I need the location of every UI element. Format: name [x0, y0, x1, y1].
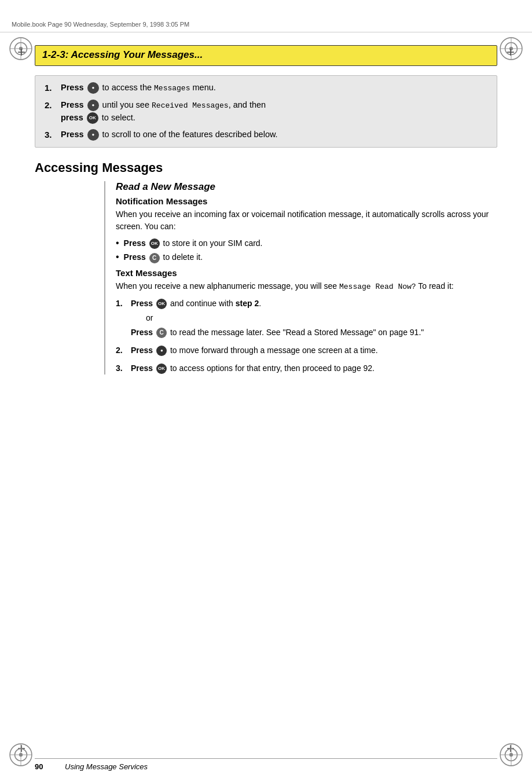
text-step-1-c: C — [156, 328, 167, 338]
header-bar: Mobile.book Page 90 Wednesday, September… — [0, 16, 532, 32]
notification-body: When you receive an incoming fax or voic… — [116, 208, 497, 233]
text-step-3-content: Press OK to access options for that entr… — [131, 362, 375, 375]
step-3-press: Press — [61, 130, 86, 139]
text-step-2: 2. Press ● to move forward through a mes… — [116, 344, 497, 357]
step-1-row: 1. Press ● to access the Messages menu. — [45, 82, 487, 94]
text-step-1-num: 1. — [116, 298, 127, 310]
step-1-number: 1. — [45, 82, 57, 94]
text-step-2-content: Press ● to move forward through a messag… — [131, 344, 378, 357]
step-2-press: Press — [61, 100, 86, 109]
step-2-content: Press ● until you see Received Messages,… — [61, 99, 487, 124]
step-3-number: 3. — [45, 128, 57, 141]
text-step-3-ok: OK — [156, 364, 167, 374]
page: Mobile.book Page 90 Wednesday, September… — [0, 16, 532, 771]
accessing-messages-title: Accessing Messages — [35, 160, 497, 175]
step-3-menu-button: ● — [87, 129, 99, 141]
footer-page: 90 — [35, 762, 58, 771]
step-1-menu-button: ● — [87, 82, 99, 94]
step-1-press: Press — [61, 83, 86, 92]
text-step-1: 1. Press OK and continue with step 2. or… — [116, 298, 497, 339]
bullet-1-ok-button: OK — [149, 238, 160, 249]
section-header-box: 1-2-3: Accessing Your Messages... — [35, 45, 497, 66]
text-message-steps: 1. Press OK and continue with step 2. or… — [116, 298, 497, 375]
text-messages-heading: Text Messages — [116, 268, 497, 278]
header-text: Mobile.book Page 90 Wednesday, September… — [12, 21, 189, 28]
step-3-row: 3. Press ● to scroll to one of the featu… — [45, 128, 487, 141]
bullet-item-2: • Press C to delete it. — [116, 251, 497, 263]
right-panel: Read a New Message Notification Messages… — [104, 181, 497, 375]
text-messages-body: When you receive a new alphanumeric mess… — [116, 280, 497, 293]
footer-section: Using Message Services — [65, 762, 148, 771]
bullet-item-1: • Press OK to store it on your SIM card. — [116, 237, 497, 249]
step-2-menu-button: ● — [87, 100, 99, 111]
cross-mark-tr: + — [507, 45, 515, 59]
section-header-title: 1-2-3: Accessing Your Messages... — [42, 49, 203, 60]
text-messages-body-after: To read it: — [418, 281, 453, 291]
step-2-row: 2. Press ● until you see Received Messag… — [45, 99, 487, 124]
steps-box: 1. Press ● to access the Messages menu. … — [35, 75, 497, 148]
text-step-2-num: 2. — [116, 344, 127, 357]
text-step-3-num: 3. — [116, 362, 127, 375]
corner-decoration-bl — [9, 743, 33, 767]
bullet-dot-2: • — [116, 251, 119, 263]
text-step-1-alt: Press C to read the message later. See "… — [131, 326, 424, 339]
or-label: or — [146, 312, 424, 324]
cross-mark-tl: + — [17, 45, 25, 59]
notification-heading: Notification Messages — [116, 196, 497, 206]
read-new-title: Read a New Message — [116, 181, 497, 193]
text-step-2-menu: ● — [156, 346, 167, 356]
notification-bullets: • Press OK to store it on your SIM card.… — [116, 237, 497, 264]
corner-decoration-br — [499, 743, 523, 767]
step-2-number: 2. — [45, 99, 57, 112]
bullet-dot-1: • — [116, 237, 119, 249]
text-messages-body-before: When you receive a new alphanumeric mess… — [116, 281, 337, 291]
step-2-ok-button: OK — [87, 112, 98, 124]
step-1-mono: Messages — [154, 84, 190, 93]
text-step-1-inline: Press OK and continue with step 2. — [131, 299, 261, 308]
bullet-2-content: Press C to delete it. — [124, 251, 203, 263]
step-2-press2: press — [61, 113, 86, 122]
step-3-content: Press ● to scroll to one of the features… — [61, 128, 487, 141]
footer: 90 Using Message Services — [35, 758, 497, 771]
step-1-content: Press ● to access the Messages menu. — [61, 82, 487, 94]
text-step-1-content: Press OK and continue with step 2. or Pr… — [131, 298, 424, 339]
bullet-1-content: Press OK to store it on your SIM card. — [124, 237, 263, 249]
text-step-1-ok: OK — [156, 299, 167, 309]
bullet-2-c-button: C — [149, 253, 160, 263]
text-step-3: 3. Press OK to access options for that e… — [116, 362, 497, 375]
text-messages-mono: Message Read Now? — [339, 282, 416, 291]
main-content: 1-2-3: Accessing Your Messages... 1. Pre… — [35, 16, 497, 375]
step-2-mono: Received Messages — [152, 101, 229, 110]
